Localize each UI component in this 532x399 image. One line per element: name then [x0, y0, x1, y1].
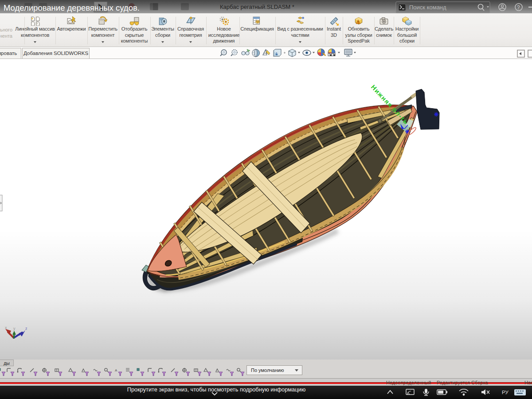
svg-text:A: A	[115, 368, 117, 372]
svg-text:?: ?	[517, 4, 520, 11]
svg-text:x: x	[5, 325, 7, 330]
svg-text:Поиск команд: Поиск команд	[409, 4, 446, 11]
svg-text:РУ: РУ	[502, 390, 509, 395]
svg-text:z: z	[25, 326, 27, 331]
svg-text:y: y	[13, 326, 16, 331]
